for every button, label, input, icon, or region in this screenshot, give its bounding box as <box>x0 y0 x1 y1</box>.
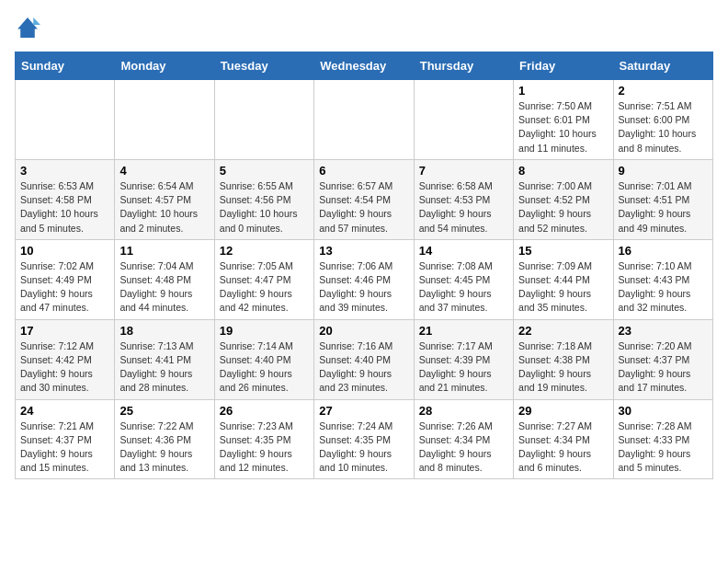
calendar-cell: 10Sunrise: 7:02 AMSunset: 4:49 PMDayligh… <box>16 239 115 319</box>
logo-icon <box>15 15 40 40</box>
calendar-cell: 19Sunrise: 7:14 AMSunset: 4:40 PMDayligh… <box>214 319 313 399</box>
calendar-cell <box>214 80 313 160</box>
day-info: Sunrise: 6:57 AMSunset: 4:54 PMDaylight:… <box>319 179 408 236</box>
day-info: Sunrise: 7:18 AMSunset: 4:38 PMDaylight:… <box>518 339 608 396</box>
day-info: Sunrise: 6:55 AMSunset: 4:56 PMDaylight:… <box>220 179 309 236</box>
calendar-cell: 29Sunrise: 7:27 AMSunset: 4:34 PMDayligh… <box>514 399 613 479</box>
day-number: 18 <box>119 324 209 338</box>
day-info: Sunrise: 7:04 AMSunset: 4:48 PMDaylight:… <box>119 259 209 316</box>
day-number: 10 <box>20 244 109 258</box>
day-info: Sunrise: 6:54 AMSunset: 4:57 PMDaylight:… <box>119 179 209 236</box>
weekday-header-sunday: Sunday <box>16 52 115 80</box>
svg-marker-1 <box>33 17 40 25</box>
week-row-5: 24Sunrise: 7:21 AMSunset: 4:37 PMDayligh… <box>16 399 713 479</box>
day-info: Sunrise: 7:10 AMSunset: 4:43 PMDaylight:… <box>619 259 708 316</box>
weekday-header-wednesday: Wednesday <box>314 52 414 80</box>
weekday-header-thursday: Thursday <box>414 52 513 80</box>
logo <box>15 15 44 40</box>
weekday-header-tuesday: Tuesday <box>214 52 313 80</box>
day-info: Sunrise: 7:02 AMSunset: 4:49 PMDaylight:… <box>20 259 109 316</box>
calendar-cell: 27Sunrise: 7:24 AMSunset: 4:35 PMDayligh… <box>314 399 414 479</box>
day-number: 24 <box>20 404 109 418</box>
week-row-4: 17Sunrise: 7:12 AMSunset: 4:42 PMDayligh… <box>16 319 713 399</box>
day-info: Sunrise: 6:58 AMSunset: 4:53 PMDaylight:… <box>419 179 508 236</box>
calendar-cell: 20Sunrise: 7:16 AMSunset: 4:40 PMDayligh… <box>314 319 414 399</box>
day-number: 15 <box>518 244 608 258</box>
day-info: Sunrise: 7:00 AMSunset: 4:52 PMDaylight:… <box>518 179 608 236</box>
calendar-cell: 13Sunrise: 7:06 AMSunset: 4:46 PMDayligh… <box>314 239 414 319</box>
day-number: 22 <box>518 324 608 338</box>
day-number: 23 <box>619 324 708 338</box>
day-number: 9 <box>619 164 708 178</box>
day-info: Sunrise: 7:23 AMSunset: 4:35 PMDaylight:… <box>220 419 309 476</box>
day-number: 13 <box>319 244 408 258</box>
day-number: 12 <box>220 244 309 258</box>
day-info: Sunrise: 7:27 AMSunset: 4:34 PMDaylight:… <box>518 419 608 476</box>
calendar-cell: 22Sunrise: 7:18 AMSunset: 4:38 PMDayligh… <box>514 319 613 399</box>
day-number: 4 <box>119 164 209 178</box>
weekday-header-friday: Friday <box>514 52 613 80</box>
calendar-cell: 21Sunrise: 7:17 AMSunset: 4:39 PMDayligh… <box>414 319 513 399</box>
day-number: 11 <box>119 244 209 258</box>
calendar-cell: 30Sunrise: 7:28 AMSunset: 4:33 PMDayligh… <box>613 399 712 479</box>
day-number: 27 <box>319 404 408 418</box>
day-info: Sunrise: 7:08 AMSunset: 4:45 PMDaylight:… <box>419 259 508 316</box>
day-info: Sunrise: 7:01 AMSunset: 4:51 PMDaylight:… <box>619 179 708 236</box>
calendar-cell <box>16 80 115 160</box>
day-info: Sunrise: 7:12 AMSunset: 4:42 PMDaylight:… <box>20 339 109 396</box>
calendar-cell: 3Sunrise: 6:53 AMSunset: 4:58 PMDaylight… <box>16 159 115 239</box>
calendar-cell: 18Sunrise: 7:13 AMSunset: 4:41 PMDayligh… <box>115 319 214 399</box>
calendar-table: SundayMondayTuesdayWednesdayThursdayFrid… <box>15 52 713 479</box>
week-row-1: 1Sunrise: 7:50 AMSunset: 6:01 PMDaylight… <box>16 80 713 160</box>
day-number: 25 <box>119 404 209 418</box>
day-number: 28 <box>419 404 508 418</box>
calendar-cell <box>115 80 214 160</box>
day-info: Sunrise: 7:17 AMSunset: 4:39 PMDaylight:… <box>419 339 508 396</box>
calendar-cell: 15Sunrise: 7:09 AMSunset: 4:44 PMDayligh… <box>514 239 613 319</box>
day-info: Sunrise: 7:14 AMSunset: 4:40 PMDaylight:… <box>220 339 309 396</box>
week-row-2: 3Sunrise: 6:53 AMSunset: 4:58 PMDaylight… <box>16 159 713 239</box>
calendar-cell: 17Sunrise: 7:12 AMSunset: 4:42 PMDayligh… <box>16 319 115 399</box>
calendar-cell: 23Sunrise: 7:20 AMSunset: 4:37 PMDayligh… <box>613 319 712 399</box>
day-number: 3 <box>20 164 109 178</box>
day-number: 8 <box>518 164 608 178</box>
day-info: Sunrise: 7:51 AMSunset: 6:00 PMDaylight:… <box>619 99 708 155</box>
calendar-cell: 2Sunrise: 7:51 AMSunset: 6:00 PMDaylight… <box>613 80 712 160</box>
day-info: Sunrise: 6:53 AMSunset: 4:58 PMDaylight:… <box>20 179 109 236</box>
weekday-header-saturday: Saturday <box>613 52 712 80</box>
day-info: Sunrise: 7:26 AMSunset: 4:34 PMDaylight:… <box>419 419 508 476</box>
day-number: 17 <box>20 324 109 338</box>
day-info: Sunrise: 7:05 AMSunset: 4:47 PMDaylight:… <box>220 259 309 316</box>
calendar-cell: 4Sunrise: 6:54 AMSunset: 4:57 PMDaylight… <box>115 159 214 239</box>
day-info: Sunrise: 7:50 AMSunset: 6:01 PMDaylight:… <box>518 99 608 155</box>
day-number: 14 <box>419 244 508 258</box>
day-number: 1 <box>518 84 608 98</box>
day-info: Sunrise: 7:28 AMSunset: 4:33 PMDaylight:… <box>619 419 708 476</box>
day-info: Sunrise: 7:20 AMSunset: 4:37 PMDaylight:… <box>619 339 708 396</box>
calendar-cell: 5Sunrise: 6:55 AMSunset: 4:56 PMDaylight… <box>214 159 313 239</box>
calendar-cell: 8Sunrise: 7:00 AMSunset: 4:52 PMDaylight… <box>514 159 613 239</box>
day-number: 20 <box>319 324 408 338</box>
calendar-cell: 9Sunrise: 7:01 AMSunset: 4:51 PMDaylight… <box>613 159 712 239</box>
weekday-header-monday: Monday <box>115 52 214 80</box>
day-number: 16 <box>619 244 708 258</box>
day-number: 2 <box>619 84 708 98</box>
calendar-cell: 12Sunrise: 7:05 AMSunset: 4:47 PMDayligh… <box>214 239 313 319</box>
calendar-cell <box>414 80 513 160</box>
day-info: Sunrise: 7:13 AMSunset: 4:41 PMDaylight:… <box>119 339 209 396</box>
day-number: 5 <box>220 164 309 178</box>
day-number: 19 <box>220 324 309 338</box>
calendar-cell: 11Sunrise: 7:04 AMSunset: 4:48 PMDayligh… <box>115 239 214 319</box>
calendar-cell: 25Sunrise: 7:22 AMSunset: 4:36 PMDayligh… <box>115 399 214 479</box>
day-info: Sunrise: 7:09 AMSunset: 4:44 PMDaylight:… <box>518 259 608 316</box>
page-header <box>15 15 713 40</box>
calendar-cell <box>314 80 414 160</box>
calendar-cell: 14Sunrise: 7:08 AMSunset: 4:45 PMDayligh… <box>414 239 513 319</box>
calendar-cell: 6Sunrise: 6:57 AMSunset: 4:54 PMDaylight… <box>314 159 414 239</box>
day-number: 29 <box>518 404 608 418</box>
calendar-cell: 26Sunrise: 7:23 AMSunset: 4:35 PMDayligh… <box>214 399 313 479</box>
week-row-3: 10Sunrise: 7:02 AMSunset: 4:49 PMDayligh… <box>16 239 713 319</box>
calendar-cell: 16Sunrise: 7:10 AMSunset: 4:43 PMDayligh… <box>613 239 712 319</box>
day-number: 7 <box>419 164 508 178</box>
day-number: 21 <box>419 324 508 338</box>
